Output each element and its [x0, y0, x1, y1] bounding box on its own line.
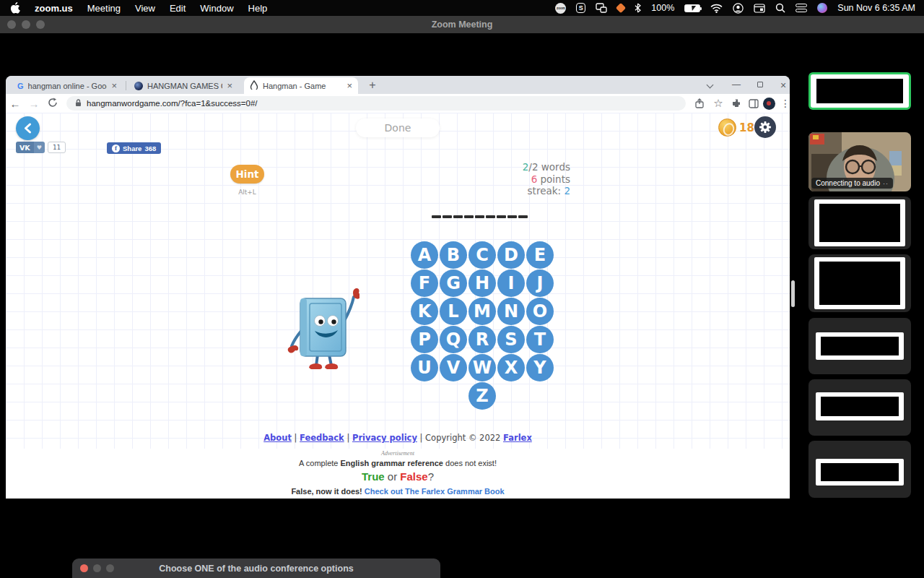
letter-button-U[interactable]: U [411, 354, 438, 381]
letter-button-P[interactable]: P [411, 326, 438, 353]
window-minimize-control[interactable]: — [730, 79, 743, 90]
facebook-share-button[interactable]: f Share 368 [107, 142, 161, 154]
battery-icon[interactable] [684, 2, 700, 14]
shared-screen-thumbnail [816, 79, 903, 103]
diamond-status-icon[interactable] [616, 3, 626, 13]
letter-button-K[interactable]: K [411, 298, 438, 325]
letter-button-Y[interactable]: Y [526, 354, 554, 381]
facebook-share-count: 368 [144, 144, 156, 152]
letter-button-M[interactable]: M [468, 298, 496, 325]
feedback-link[interactable]: Feedback [300, 433, 344, 443]
menu-meeting[interactable]: Meeting [87, 3, 121, 14]
bookmark-star-icon[interactable]: ☆ [711, 97, 725, 110]
book-mascot-illustration [287, 280, 359, 373]
letter-button-N[interactable]: N [497, 298, 525, 325]
letter-button-Z[interactable]: Z [468, 382, 496, 410]
window-chevron-button[interactable] [703, 79, 716, 90]
forward-icon[interactable]: → [25, 98, 43, 110]
tab-close-icon[interactable]: × [227, 80, 232, 91]
participant-tile-4[interactable] [808, 254, 911, 312]
about-link[interactable]: About [263, 433, 292, 443]
share-icon[interactable] [692, 97, 707, 110]
letter-button-V[interactable]: V [440, 354, 467, 381]
menu-dots-icon[interactable]: ⋮ [778, 97, 790, 110]
letter-button-R[interactable]: R [468, 326, 496, 353]
menubar-app-name[interactable]: zoom.us [35, 3, 73, 14]
letter-button-G[interactable]: G [440, 269, 467, 297]
tab-google-search[interactable]: G hangman online - Google Search × [12, 77, 123, 94]
menu-window[interactable]: Window [200, 3, 233, 14]
menu-edit[interactable]: Edit [170, 3, 186, 14]
window-close-control[interactable]: × [777, 79, 790, 91]
bluetooth-icon[interactable] [635, 2, 641, 14]
droplet-favicon [250, 80, 258, 91]
address-bar[interactable]: hangmanwordgame.com/?fca=1&success=0#/ [66, 96, 686, 111]
privacy-policy-link[interactable]: Privacy policy [352, 433, 417, 443]
new-tab-button[interactable]: + [365, 78, 380, 94]
tab-hangman-games[interactable]: HANGMAN GAMES Online - Pla × [128, 77, 238, 94]
control-center-icon[interactable] [796, 2, 807, 14]
letter-button-T[interactable]: T [526, 326, 554, 353]
participant-tile-2[interactable]: Connecting to audio·· [808, 132, 911, 191]
display-mirror-icon[interactable] [596, 2, 607, 14]
tab-hangman-game[interactable]: Hangman - Game × [244, 77, 358, 94]
footer: About | Feedback | Privacy policy | Copy… [6, 433, 790, 443]
vk-like-widget[interactable]: VK ♥ 11 [16, 142, 66, 153]
letter-button-C[interactable]: C [468, 241, 496, 269]
wifi-icon[interactable] [710, 2, 723, 14]
back-icon[interactable]: ← [6, 98, 25, 110]
participant-tile-1-active-speaker[interactable] [808, 72, 911, 110]
grammar-book-link[interactable]: Check out The Farlex Grammar Book [365, 487, 505, 496]
shield-s-icon[interactable]: S [576, 3, 585, 13]
letter-button-Q[interactable]: Q [440, 326, 467, 353]
game-back-button[interactable] [16, 116, 40, 140]
window-maximize-control[interactable] [754, 79, 767, 90]
letter-button-A[interactable]: A [411, 241, 438, 269]
letter-button-O[interactable]: O [526, 298, 554, 325]
letter-button-J[interactable]: J [526, 269, 554, 297]
letter-button-B[interactable]: B [440, 241, 467, 269]
facebook-f-icon: f [112, 144, 120, 152]
letter-button-I[interactable]: I [497, 269, 525, 297]
blank-dash [497, 215, 506, 218]
letter-button-S[interactable]: S [497, 326, 525, 353]
participant-tile-5[interactable] [808, 318, 911, 374]
reload-icon[interactable] [43, 98, 62, 110]
score-panel: 2/2 words 6 points streak: 2 [432, 161, 570, 197]
tab-close-icon[interactable]: × [346, 80, 352, 91]
participant-tile-7[interactable] [808, 441, 911, 498]
connecting-to-audio-label: Connecting to audio·· [811, 178, 893, 189]
menu-help[interactable]: Help [248, 3, 268, 14]
extensions-puzzle-icon[interactable] [729, 97, 744, 110]
letter-button-L[interactable]: L [440, 298, 467, 325]
profile-avatar[interactable] [762, 97, 776, 110]
zoom-status-icon[interactable]: zoom [555, 3, 566, 14]
user-switch-icon[interactable] [733, 2, 744, 14]
settings-gear-button[interactable] [754, 116, 776, 138]
participant-tile-6[interactable] [808, 379, 911, 436]
sidebar-icon[interactable] [746, 97, 761, 110]
done-button[interactable]: Done [356, 118, 440, 137]
hint-button[interactable]: Hint [230, 165, 264, 184]
search-icon[interactable] [775, 2, 785, 14]
letter-button-F[interactable]: F [411, 269, 438, 297]
tab-close-icon[interactable]: × [111, 80, 117, 91]
blank-dash [475, 215, 484, 218]
laptop-screen-thumbnail [816, 332, 904, 360]
letter-button-H[interactable]: H [468, 269, 496, 297]
letter-button-E[interactable]: E [526, 241, 554, 269]
menu-view[interactable]: View [135, 3, 155, 14]
letter-button-W[interactable]: W [468, 354, 496, 381]
blank-dash [518, 215, 528, 218]
panel-scrollbar[interactable] [791, 280, 795, 307]
letter-button-X[interactable]: X [497, 354, 525, 381]
google-favicon: G [17, 82, 24, 90]
lock-icon[interactable] [75, 97, 82, 110]
ad-label: Advertisement [6, 449, 790, 457]
participant-tile-3[interactable] [808, 197, 911, 249]
letter-button-D[interactable]: D [497, 241, 525, 269]
points-counter: 6 points [432, 173, 570, 186]
calendar-icon[interactable] [754, 2, 765, 14]
apple-icon[interactable] [10, 2, 20, 14]
farlex-link[interactable]: Farlex [503, 433, 532, 443]
